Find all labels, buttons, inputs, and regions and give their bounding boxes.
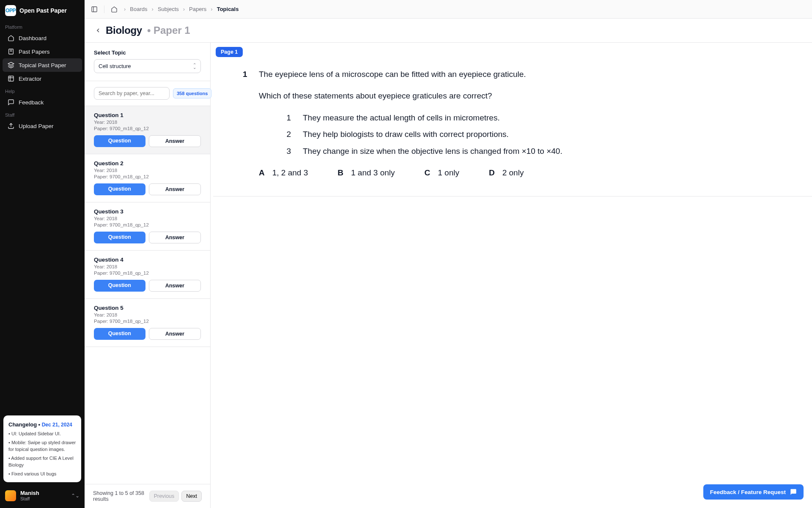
- user-role: Staff: [20, 496, 39, 501]
- svg-rect-2: [8, 76, 14, 81]
- changelog-item: • Mobile: Swipe up styled drawer for top…: [8, 439, 76, 453]
- statement-number: 1: [285, 112, 291, 124]
- question-card-paper: Paper: 9700_m18_qp_12: [94, 174, 201, 179]
- question-card-title: Question 5: [94, 305, 201, 311]
- question-number: 1: [243, 68, 249, 80]
- option-text: 1 only: [438, 167, 459, 179]
- question-button[interactable]: Question: [94, 328, 145, 340]
- question-card-year: Year: 2018: [94, 216, 201, 221]
- option-text: 1 and 3 only: [351, 167, 395, 179]
- answer-button[interactable]: Answer: [149, 135, 201, 147]
- sidebar-item-label: Topical Past Paper: [19, 62, 66, 68]
- option-letter: C: [425, 167, 431, 179]
- statement-row: 2They help biologists to draw cells with…: [285, 128, 782, 140]
- sidebar: OPP Open Past Paper Platform Dashboard P…: [0, 0, 85, 508]
- question-card-year: Year: 2018: [94, 264, 201, 269]
- svg-rect-4: [92, 7, 97, 12]
- question-intro: The eyepiece lens of a microscope can be…: [259, 68, 782, 80]
- sidebar-item-feedback[interactable]: Feedback: [3, 96, 82, 109]
- changelog-title: Changelog: [8, 421, 37, 428]
- chevron-up-down-icon: ⌃⌄: [71, 493, 80, 499]
- brand-name: Open Past Paper: [19, 7, 67, 14]
- page-pill[interactable]: Page 1: [216, 47, 243, 57]
- chat-icon: [790, 489, 797, 495]
- question-viewer: Page 1 1 The eyepiece lens of a microsco…: [211, 43, 812, 508]
- question-card[interactable]: Question 5 Year: 2018 Paper: 9700_m18_qp…: [85, 299, 210, 347]
- divider: [104, 5, 104, 13]
- question-card-title: Question 4: [94, 257, 201, 263]
- option: C1 only: [425, 167, 459, 179]
- changelog-item: • Added support for CIE A Level Biology: [8, 455, 76, 469]
- question-list-panel: Select Topic Cell structure ⌃⌄ 358 quest…: [85, 43, 211, 508]
- pager-prev-button[interactable]: Previous: [149, 491, 179, 502]
- chevron-up-down-icon: ⌃⌄: [193, 64, 196, 69]
- statement-number: 3: [285, 145, 291, 157]
- sidebar-item-label: Dashboard: [19, 35, 47, 41]
- sidebar-item-extractor[interactable]: Extractor: [3, 72, 82, 85]
- option-letter: A: [259, 167, 265, 179]
- sidebar-item-upload-paper[interactable]: Upload Paper: [3, 119, 82, 133]
- answer-button[interactable]: Answer: [149, 183, 201, 195]
- statement-text: They help biologists to draw cells with …: [303, 128, 509, 140]
- pager: Showing 1 to 5 of 358 results Previous N…: [85, 484, 210, 508]
- question-card-paper: Paper: 9700_m18_qp_12: [94, 270, 201, 276]
- question-button[interactable]: Question: [94, 183, 145, 195]
- pager-next-button[interactable]: Next: [181, 491, 202, 502]
- section-help-label: Help: [0, 85, 85, 96]
- layers-icon: [8, 62, 14, 68]
- statement-row: 3They change in size when the objective …: [285, 145, 782, 157]
- page-title: Biology: [106, 25, 142, 36]
- user-menu[interactable]: Manish Staff ⌃⌄: [3, 486, 81, 505]
- answer-button[interactable]: Answer: [149, 328, 201, 340]
- breadcrumb-boards[interactable]: Boards: [130, 6, 147, 12]
- question-card-year: Year: 2018: [94, 312, 201, 317]
- breadcrumb-home[interactable]: [110, 5, 118, 13]
- back-button[interactable]: [95, 27, 102, 34]
- section-staff-label: Staff: [0, 109, 85, 119]
- question-card[interactable]: Question 1 Year: 2018 Paper: 9700_m18_qp…: [85, 106, 210, 154]
- question-card-paper: Paper: 9700_m18_qp_12: [94, 222, 201, 227]
- question-card[interactable]: Question 4 Year: 2018 Paper: 9700_m18_qp…: [85, 251, 210, 299]
- feedback-fab[interactable]: Feedback / Feature Request: [703, 484, 804, 500]
- statement-number: 2: [285, 128, 291, 140]
- option: B1 and 3 only: [337, 167, 395, 179]
- option: D2 only: [489, 167, 524, 179]
- user-name: Manish: [20, 490, 39, 496]
- section-platform-label: Platform: [0, 21, 85, 31]
- sidebar-item-label: Past Papers: [19, 49, 50, 55]
- breadcrumb: › Boards › Subjects › Papers › Topicals: [124, 6, 239, 12]
- question-button[interactable]: Question: [94, 280, 145, 292]
- question-body: 1 The eyepiece lens of a microscope can …: [213, 57, 812, 197]
- breadcrumb-papers[interactable]: Papers: [189, 6, 206, 12]
- option-text: 2 only: [502, 167, 524, 179]
- answer-button[interactable]: Answer: [149, 232, 201, 243]
- breadcrumb-current: Topicals: [217, 6, 239, 12]
- brand[interactable]: OPP Open Past Paper: [0, 0, 85, 21]
- topic-select[interactable]: Cell structure ⌃⌄: [94, 59, 201, 73]
- option-letter: D: [489, 167, 495, 179]
- topbar: › Boards › Subjects › Papers › Topicals: [85, 0, 812, 19]
- question-count-badge: 358 questions: [173, 88, 211, 98]
- sidebar-item-label: Upload Paper: [19, 123, 54, 129]
- question-card[interactable]: Question 3 Year: 2018 Paper: 9700_m18_qp…: [85, 202, 210, 251]
- sidebar-item-topical-past-paper[interactable]: Topical Past Paper: [3, 58, 82, 72]
- bookmark-icon: [8, 48, 14, 55]
- question-card-year: Year: 2018: [94, 168, 201, 173]
- sidebar-item-dashboard[interactable]: Dashboard: [3, 31, 82, 45]
- question-card[interactable]: Question 2 Year: 2018 Paper: 9700_m18_qp…: [85, 154, 210, 202]
- search-input[interactable]: [94, 87, 170, 100]
- question-button[interactable]: Question: [94, 135, 145, 147]
- chevron-right-icon: ›: [183, 6, 185, 12]
- upload-icon: [8, 123, 14, 129]
- question-card-paper: Paper: 9700_m18_qp_12: [94, 319, 201, 324]
- question-card-title: Question 2: [94, 160, 201, 167]
- breadcrumb-subjects[interactable]: Subjects: [158, 6, 179, 12]
- question-list[interactable]: Question 1 Year: 2018 Paper: 9700_m18_qp…: [85, 106, 210, 484]
- changelog-item: • UI: Updated Sidebar UI.: [8, 430, 76, 437]
- home-icon: [8, 35, 14, 41]
- answer-button[interactable]: Answer: [149, 280, 201, 292]
- sidebar-item-label: Feedback: [19, 99, 44, 106]
- question-button[interactable]: Question: [94, 232, 145, 243]
- sidebar-item-past-papers[interactable]: Past Papers: [3, 45, 82, 58]
- toggle-sidebar-button[interactable]: [91, 5, 98, 13]
